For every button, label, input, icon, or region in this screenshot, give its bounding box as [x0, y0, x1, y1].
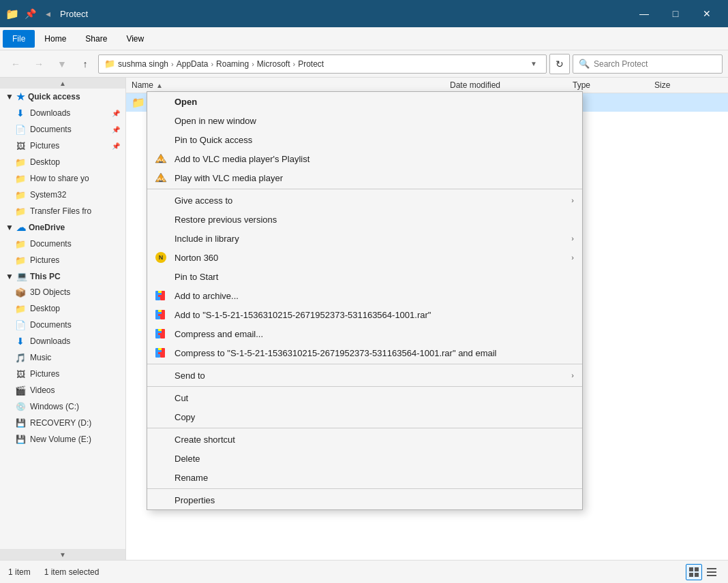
- sidebar-item-pc-documents[interactable]: 📄 Documents: [0, 317, 125, 333]
- sidebar-system32-label: System32: [30, 190, 120, 200]
- details-view-button[interactable]: [686, 564, 702, 580]
- col-header-date[interactable]: Date modified: [450, 80, 573, 90]
- ctx-cut-label: Cut: [175, 393, 188, 403]
- search-input[interactable]: [594, 59, 716, 69]
- sidebar-pictures-label: Pictures: [30, 141, 108, 151]
- sidebar-item-windows-c[interactable]: 💿 Windows (C:): [0, 398, 125, 415]
- ctx-copy-label: Copy: [175, 412, 195, 422]
- documents-icon: 📄: [15, 124, 26, 135]
- sidebar-item-documents[interactable]: 📄 Documents 📌: [0, 121, 125, 138]
- menu-tab-share[interactable]: Share: [76, 30, 117, 48]
- sidebar-section-onedrive[interactable]: ▼ ☁ OneDrive: [0, 219, 125, 236]
- ctx-item-add-rar[interactable]: Add to "S-1-5-21-1536310215-2671952373-5…: [147, 305, 582, 324]
- refresh-button[interactable]: ↻: [549, 54, 570, 74]
- sidebar-item-pc-pictures[interactable]: 🖼 Pictures: [0, 366, 125, 382]
- sidebar-item-downloads[interactable]: ⬇ Downloads 📌: [0, 105, 125, 121]
- vlc-play-icon: VLC: [154, 171, 168, 185]
- sidebar-item-pc-desktop[interactable]: 📁 Desktop: [0, 300, 125, 317]
- sidebar-item-pictures[interactable]: 🖼 Pictures 📌: [0, 138, 125, 154]
- list-view-button[interactable]: [703, 564, 720, 580]
- pictures-icon: 🖼: [15, 140, 26, 151]
- folder-icon-howto: 📁: [15, 173, 26, 184]
- chevron-down-icon-onedrive: ▼: [5, 223, 14, 232]
- ctx-item-cut[interactable]: Cut: [147, 388, 582, 407]
- sidebar-item-recovery-d[interactable]: 💾 RECOVERY (D:): [0, 415, 125, 431]
- ctx-item-add-archive[interactable]: Add to archive...: [147, 286, 582, 305]
- search-bar[interactable]: 🔍: [573, 54, 723, 74]
- ctx-item-copy[interactable]: Copy: [147, 407, 582, 426]
- maximize-button[interactable]: □: [660, 0, 691, 27]
- ctx-item-vlc-playlist[interactable]: VLC Add to VLC media player's Playlist: [147, 149, 582, 168]
- sidebar-item-new-volume-e[interactable]: 💾 New Volume (E:): [0, 431, 125, 447]
- col-header-size[interactable]: Size: [654, 80, 723, 90]
- address-dropdown-button[interactable]: ▼: [527, 57, 541, 71]
- svg-text:VLC: VLC: [157, 177, 166, 181]
- menu-tab-view[interactable]: View: [117, 30, 153, 48]
- sidebar-section-thispc[interactable]: ▼ 💻 This PC: [0, 268, 125, 284]
- menu-tab-home[interactable]: Home: [35, 30, 76, 48]
- breadcrumb-part-1[interactable]: sushma singh: [118, 59, 168, 69]
- svg-rect-8: [158, 291, 162, 293]
- address-folder-icon: 📁: [104, 59, 115, 69]
- ctx-item-create-shortcut[interactable]: Create shortcut: [147, 430, 582, 449]
- winrar-compress-rar-email-icon: [154, 346, 168, 360]
- ctx-item-properties[interactable]: Properties: [147, 490, 582, 509]
- forward-button[interactable]: →: [29, 54, 49, 74]
- ctx-item-send-to[interactable]: Send to ›: [147, 366, 582, 385]
- ctx-give-access-label: Give access to: [175, 195, 232, 206]
- thispc-label: This PC: [30, 272, 61, 281]
- recent-locations-button[interactable]: ▼: [52, 54, 72, 74]
- scroll-down-button[interactable]: ▼: [0, 549, 125, 560]
- breadcrumb-part-4[interactable]: Microsoft: [257, 59, 290, 69]
- up-button[interactable]: ↑: [75, 54, 95, 74]
- ctx-item-pin-start[interactable]: Pin to Start: [147, 267, 582, 286]
- ctx-item-open-new-window[interactable]: Open in new window: [147, 111, 582, 130]
- include-library-arrow-icon: ›: [571, 234, 574, 242]
- sidebar-item-transfer-files[interactable]: 📁 Transfer Files fro: [0, 203, 125, 219]
- ctx-item-pin-quick-access[interactable]: Pin to Quick access: [147, 130, 582, 149]
- svg-rect-25: [158, 352, 162, 354]
- svg-rect-30: [707, 568, 716, 569]
- item-count: 1 item: [8, 567, 31, 577]
- sidebar-item-onedrive-pictures[interactable]: 📁 Pictures: [0, 252, 125, 268]
- ctx-pin-quick-access-label: Pin to Quick access: [175, 135, 252, 145]
- breadcrumb-part-5[interactable]: Protect: [298, 59, 324, 69]
- svg-rect-9: [158, 293, 162, 295]
- ctx-item-rename[interactable]: Rename: [147, 468, 582, 487]
- svg-rect-18: [158, 329, 162, 331]
- ctx-item-compress-email[interactable]: Compress and email...: [147, 324, 582, 343]
- window-title: Protect: [60, 9, 628, 19]
- ctx-include-library-label: Include in library: [175, 234, 239, 244]
- sidebar-item-desktop[interactable]: 📁 Desktop: [0, 154, 125, 170]
- close-button[interactable]: ✕: [691, 0, 723, 27]
- col-header-name[interactable]: Name ▲: [132, 80, 450, 90]
- ctx-item-include-library[interactable]: Include in library ›: [147, 229, 582, 248]
- ctx-item-delete[interactable]: Delete: [147, 449, 582, 468]
- svg-text:VLC: VLC: [157, 158, 166, 162]
- menu-tab-file[interactable]: File: [3, 30, 35, 48]
- ctx-item-open[interactable]: Open: [147, 92, 582, 111]
- sidebar-item-system32[interactable]: 📁 System32: [0, 187, 125, 203]
- back-button[interactable]: ←: [5, 54, 26, 74]
- sidebar-item-onedrive-documents[interactable]: 📁 Documents: [0, 236, 125, 252]
- sidebar-section-quick-access[interactable]: ▼ ★ Quick access: [0, 89, 125, 105]
- breadcrumb-part-2[interactable]: AppData: [177, 59, 209, 69]
- breadcrumb-part-3[interactable]: Roaming: [216, 59, 249, 69]
- ctx-item-vlc-play[interactable]: VLC Play with VLC media player: [147, 168, 582, 187]
- scroll-up-button[interactable]: ▲: [0, 78, 125, 89]
- ctx-item-compress-rar-email[interactable]: Compress to "S-1-5-21-1536310215-2671952…: [147, 343, 582, 362]
- sidebar-item-videos[interactable]: 🎬 Videos: [0, 382, 125, 398]
- music-icon: 🎵: [15, 352, 26, 363]
- sidebar-item-music[interactable]: 🎵 Music: [0, 349, 125, 366]
- sidebar-music-label: Music: [30, 353, 120, 362]
- sidebar-item-how-to-share[interactable]: 📁 How to share yo: [0, 170, 125, 187]
- minimize-button[interactable]: —: [628, 0, 660, 27]
- col-header-type[interactable]: Type: [573, 80, 654, 90]
- address-bar[interactable]: 📁 sushma singh › AppData › Roaming › Mic…: [98, 54, 547, 74]
- sidebar-item-pc-downloads[interactable]: ⬇ Downloads: [0, 333, 125, 349]
- folder-icon-row: 📁: [132, 96, 145, 109]
- sidebar-item-3dobjects[interactable]: 📦 3D Objects: [0, 284, 125, 300]
- ctx-item-give-access[interactable]: Give access to ›: [147, 191, 582, 210]
- ctx-item-norton[interactable]: N Norton 360 ›: [147, 248, 582, 267]
- ctx-item-restore-versions[interactable]: Restore previous versions: [147, 210, 582, 229]
